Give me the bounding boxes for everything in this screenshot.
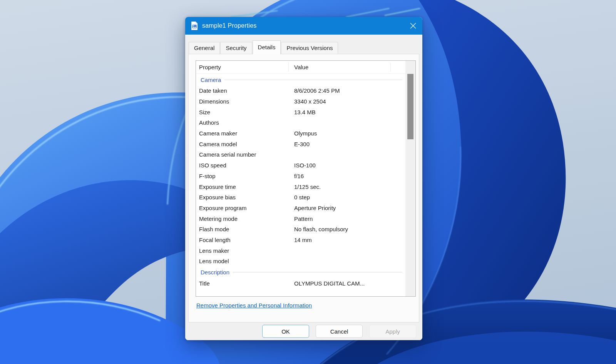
property-row[interactable]: Camera model E-300 <box>196 139 405 149</box>
property-value: Aperture Priority <box>294 205 405 211</box>
property-row[interactable]: ISO speed ISO-100 <box>196 160 405 171</box>
property-name: Size <box>196 109 294 115</box>
property-row[interactable]: Exposure time 1/125 sec. <box>196 181 405 192</box>
property-row[interactable]: Lens maker <box>196 245 405 256</box>
property-value: 0 step <box>294 194 405 200</box>
property-row[interactable]: Dimensions 3340 x 2504 <box>196 96 405 107</box>
tab-security[interactable]: Security <box>220 42 252 54</box>
property-row[interactable]: Exposure program Aperture Priority <box>196 203 405 214</box>
section-title: Description <box>201 269 229 276</box>
list-header: Property Value <box>196 61 405 74</box>
property-row[interactable]: Lens model <box>196 256 405 267</box>
property-name: Focal length <box>196 237 294 243</box>
tab-details[interactable]: Details <box>253 40 281 54</box>
cancel-button[interactable]: Cancel <box>316 325 363 338</box>
property-row[interactable]: Flash mode No flash, compulsory <box>196 224 405 235</box>
vertical-scrollbar[interactable] <box>405 61 415 296</box>
property-name: Metering mode <box>196 215 294 222</box>
dialog-footer: OK Cancel Apply <box>185 322 422 340</box>
property-name: Date taken <box>196 87 294 94</box>
property-name: Title <box>196 280 294 287</box>
property-value: Olympus <box>294 130 405 137</box>
property-name: F-stop <box>196 173 294 179</box>
property-value: No flash, compulsory <box>294 226 405 232</box>
scrollbar-thumb[interactable] <box>407 74 413 139</box>
property-name: Camera serial number <box>196 151 294 158</box>
section-header-camera: Camera <box>196 74 405 85</box>
property-value: ISO-100 <box>294 162 405 169</box>
property-name: Lens model <box>196 258 294 264</box>
ok-button[interactable]: OK <box>262 325 309 338</box>
property-value: 3340 x 2504 <box>294 98 405 105</box>
property-name: Authors <box>196 119 294 126</box>
property-name: Camera maker <box>196 130 294 137</box>
section-rule <box>233 272 402 272</box>
remove-properties-link[interactable]: Remove Properties and Personal Informati… <box>196 302 312 309</box>
property-value: 14 mm <box>294 237 405 243</box>
section-rule <box>224 80 402 80</box>
property-name: Flash mode <box>196 226 294 232</box>
tab-previous-versions[interactable]: Previous Versions <box>281 42 338 54</box>
close-icon <box>409 22 417 30</box>
property-value: Pattern <box>294 215 405 222</box>
properties-dialog: sample1 Properties General Security Deta… <box>185 17 422 340</box>
details-tab-page: Property Value Camera Date taken 8/6/200… <box>188 54 419 322</box>
apply-button[interactable]: Apply <box>369 325 416 338</box>
titlebar[interactable]: sample1 Properties <box>185 17 422 35</box>
property-value: OLYMPUS DIGITAL CAM... <box>294 280 405 287</box>
image-file-icon <box>191 21 198 30</box>
property-row[interactable]: Camera serial number <box>196 149 405 160</box>
close-button[interactable] <box>404 17 422 35</box>
property-name: Exposure time <box>196 184 294 190</box>
property-name: Lens maker <box>196 247 294 254</box>
section-title: Camera <box>201 77 221 83</box>
property-row[interactable]: Exposure bias 0 step <box>196 192 405 203</box>
property-row[interactable]: Title OLYMPUS DIGITAL CAM... <box>196 278 405 289</box>
section-header-description: Description <box>196 267 405 278</box>
property-row[interactable]: Date taken 8/6/2006 2:45 PM <box>196 85 405 96</box>
column-header-value[interactable]: Value <box>294 64 405 70</box>
properties-list-content: Property Value Camera Date taken 8/6/200… <box>196 61 405 296</box>
property-value: 1/125 sec. <box>294 184 405 190</box>
column-divider <box>390 63 391 72</box>
property-row[interactable]: Size 13.4 MB <box>196 107 405 117</box>
property-row[interactable]: F-stop f/16 <box>196 171 405 182</box>
column-header-property[interactable]: Property <box>196 64 294 70</box>
property-row[interactable]: Authors <box>196 117 405 128</box>
property-value: f/16 <box>294 173 405 179</box>
property-name: Dimensions <box>196 98 294 105</box>
tab-general[interactable]: General <box>189 42 220 54</box>
tab-strip: General Security Details Previous Versio… <box>189 40 338 54</box>
property-name: Exposure program <box>196 205 294 211</box>
property-row[interactable]: Camera maker Olympus <box>196 128 405 139</box>
properties-list[interactable]: Property Value Camera Date taken 8/6/200… <box>196 60 416 297</box>
column-divider <box>288 63 289 72</box>
property-row[interactable]: Focal length 14 mm <box>196 235 405 245</box>
property-name: Exposure bias <box>196 194 294 200</box>
property-value: E-300 <box>294 141 405 147</box>
property-name: ISO speed <box>196 162 294 169</box>
property-name: Camera model <box>196 141 294 147</box>
property-row[interactable]: Metering mode Pattern <box>196 213 405 224</box>
property-value: 8/6/2006 2:45 PM <box>294 87 405 94</box>
property-value: 13.4 MB <box>294 109 405 115</box>
window-title: sample1 Properties <box>202 22 256 29</box>
